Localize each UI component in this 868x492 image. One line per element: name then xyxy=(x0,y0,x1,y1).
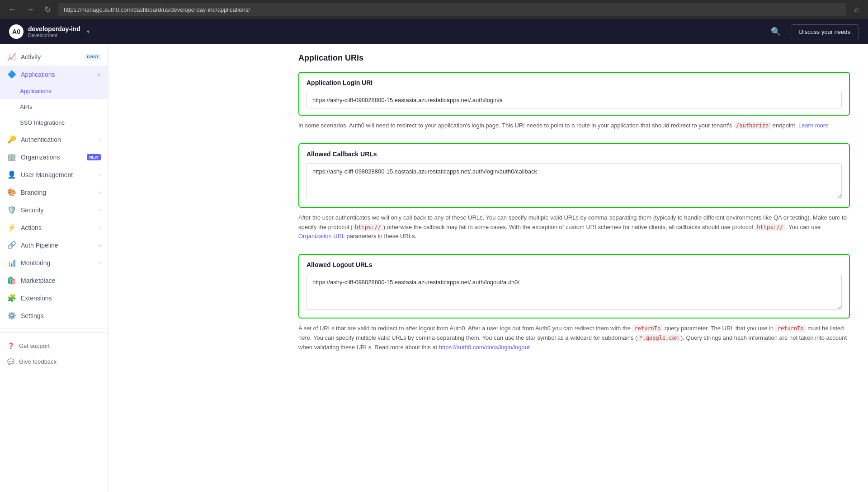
return-to-code-2: returnTo xyxy=(775,325,806,332)
sidebar-item-applications-sub[interactable]: Applications xyxy=(0,83,108,99)
search-button[interactable]: 🔍 xyxy=(768,24,783,39)
refresh-button[interactable]: ↻ xyxy=(42,3,54,16)
auth0-docs-link[interactable]: https://auth0.com/docs/login/logout xyxy=(439,344,530,351)
address-bar[interactable] xyxy=(58,3,846,16)
return-to-code-1: returnTo xyxy=(632,325,663,332)
organizations-label: Organizations xyxy=(21,154,82,161)
app-layout: A0 developerday-ind Development ▾ 🔍 Disc… xyxy=(0,19,868,492)
sidebar-item-marketplace[interactable]: 🛍️ Marketplace xyxy=(0,272,108,289)
sidebar-item-sso[interactable]: SSO Integrations xyxy=(0,115,108,131)
sidebar-footer: ❓ Get support 💬 Give feedback xyxy=(0,332,108,375)
content-area: 📈 Activity FIRST 🔷 Applications ∨ Applic… xyxy=(0,44,868,492)
sidebar-item-security[interactable]: 🛡️ Security › xyxy=(0,201,108,219)
authentication-icon: 🔑 xyxy=(7,135,16,144)
apis-label: APIs xyxy=(20,103,101,110)
logout-urls-box: Allowed Logout URLs https://ashy-cliff-0… xyxy=(298,254,850,319)
logout-urls-section: Allowed Logout URLs https://ashy-cliff-0… xyxy=(298,254,850,352)
browser-menu-button[interactable]: ☆ xyxy=(851,4,863,16)
user-management-icon: 👤 xyxy=(7,170,16,179)
tenant-dropdown-icon[interactable]: ▾ xyxy=(87,28,90,35)
feedback-label: Give feedback xyxy=(19,358,57,365)
logo-area: A0 developerday-ind Development ▾ xyxy=(9,24,90,39)
applications-icon: 🔷 xyxy=(7,70,16,79)
branding-chevron: › xyxy=(99,189,101,196)
tenant-info: developerday-ind Development xyxy=(28,25,80,38)
section-title: Application URIs xyxy=(298,53,850,63)
sidebar-item-branding[interactable]: 🎨 Branding › xyxy=(0,183,108,201)
sidebar-item-monitoring[interactable]: 📊 Monitoring › xyxy=(0,254,108,272)
sidebar-item-auth-pipeline[interactable]: 🔗 Auth Pipeline › xyxy=(0,236,108,254)
callback-urls-description: After the user authenticates we will onl… xyxy=(298,213,850,241)
applications-chevron: ∨ xyxy=(97,71,101,78)
logout-urls-description: A set of URLs that are valid to redirect… xyxy=(298,324,850,352)
main-content: Application URIs Application Login URI I… xyxy=(108,44,868,492)
security-chevron: › xyxy=(99,207,101,213)
settings-label: Settings xyxy=(21,312,101,319)
sidebar-item-extensions[interactable]: 🧩 Extensions xyxy=(0,289,108,307)
sidebar-item-applications[interactable]: 🔷 Applications ∨ xyxy=(0,66,108,83)
feedback-icon: 💬 xyxy=(7,358,14,365)
applications-sub-label: Applications xyxy=(20,88,101,94)
new-badge: NEW xyxy=(87,154,101,160)
login-uri-section: Application Login URI In some scenarios,… xyxy=(298,72,850,131)
callback-urls-section: Allowed Callback URLs https://ashy-cliff… xyxy=(298,143,850,241)
back-button[interactable]: ← xyxy=(5,3,19,16)
left-panel xyxy=(108,44,280,492)
sidebar-item-activity[interactable]: 📈 Activity FIRST xyxy=(0,48,108,66)
auth-pipeline-icon: 🔗 xyxy=(7,241,16,249)
login-uri-input[interactable] xyxy=(307,92,842,108)
callback-urls-box: Allowed Callback URLs https://ashy-cliff… xyxy=(298,143,850,208)
sidebar-divider xyxy=(0,328,108,328)
learn-more-link[interactable]: Learn more xyxy=(798,122,828,129)
login-uri-description: In some scenarios, Auth0 will need to re… xyxy=(298,121,850,131)
support-label: Get support xyxy=(19,342,50,349)
right-panel: Application URIs Application Login URI I… xyxy=(280,44,868,492)
forward-button[interactable]: → xyxy=(24,3,37,16)
https-code-1: https:// xyxy=(353,224,383,231)
discuss-button[interactable]: Discuss your needs xyxy=(791,24,859,39)
monitoring-icon: 📊 xyxy=(7,258,16,267)
login-uri-box: Application Login URI xyxy=(298,72,850,116)
sidebar-item-user-management[interactable]: 👤 User Management › xyxy=(0,166,108,183)
sidebar: 📈 Activity FIRST 🔷 Applications ∨ Applic… xyxy=(0,44,108,492)
tenant-env: Development xyxy=(28,33,80,38)
sidebar-item-support[interactable]: ❓ Get support xyxy=(0,338,108,354)
extensions-icon: 🧩 xyxy=(7,294,16,302)
user-management-label: User Management xyxy=(21,171,94,178)
sidebar-item-feedback[interactable]: 💬 Give feedback xyxy=(0,354,108,370)
marketplace-label: Marketplace xyxy=(21,277,101,284)
sidebar-item-apis[interactable]: APIs xyxy=(0,99,108,115)
top-nav: A0 developerday-ind Development ▾ 🔍 Disc… xyxy=(0,19,868,44)
monitoring-label: Monitoring xyxy=(21,259,94,267)
sidebar-applications-label: Applications xyxy=(21,71,92,78)
logout-urls-label: Allowed Logout URLs xyxy=(307,261,842,268)
sidebar-activity-label: Activity xyxy=(21,53,80,61)
actions-label: Actions xyxy=(21,224,94,231)
wildcard-code: *.google.com xyxy=(637,334,681,342)
organization-url-link[interactable]: Organization URL xyxy=(298,233,345,239)
settings-icon: ⚙️ xyxy=(7,311,16,320)
actions-chevron: › xyxy=(99,225,101,231)
authentication-chevron: › xyxy=(99,136,101,143)
sidebar-item-actions[interactable]: ⚡ Actions › xyxy=(0,219,108,236)
branding-label: Branding xyxy=(21,189,94,196)
tenant-name: developerday-ind xyxy=(28,25,80,33)
logout-urls-textarea[interactable]: https://ashy-cliff-098028800-15.eastasia… xyxy=(307,274,842,310)
organizations-icon: 🏢 xyxy=(7,153,16,161)
authentication-label: Authentication xyxy=(21,136,94,143)
https-code-2: https:// xyxy=(755,224,785,231)
branding-icon: 🎨 xyxy=(7,188,16,197)
sidebar-item-settings[interactable]: ⚙️ Settings xyxy=(0,307,108,324)
auth-pipeline-chevron: › xyxy=(99,242,101,248)
sidebar-item-authentication[interactable]: 🔑 Authentication › xyxy=(0,131,108,148)
callback-urls-textarea[interactable]: https://ashy-cliff-098028800-15.eastasia… xyxy=(307,163,842,199)
extensions-label: Extensions xyxy=(21,295,101,302)
sso-label: SSO Integrations xyxy=(20,119,101,126)
first-badge: FIRST xyxy=(85,54,101,60)
browser-bar: ← → ↻ ☆ xyxy=(0,0,868,19)
marketplace-icon: 🛍️ xyxy=(7,276,16,285)
security-icon: 🛡️ xyxy=(7,206,16,214)
logo-icon: A0 xyxy=(9,24,24,39)
callback-urls-label: Allowed Callback URLs xyxy=(307,150,842,158)
sidebar-item-organizations[interactable]: 🏢 Organizations NEW xyxy=(0,148,108,166)
